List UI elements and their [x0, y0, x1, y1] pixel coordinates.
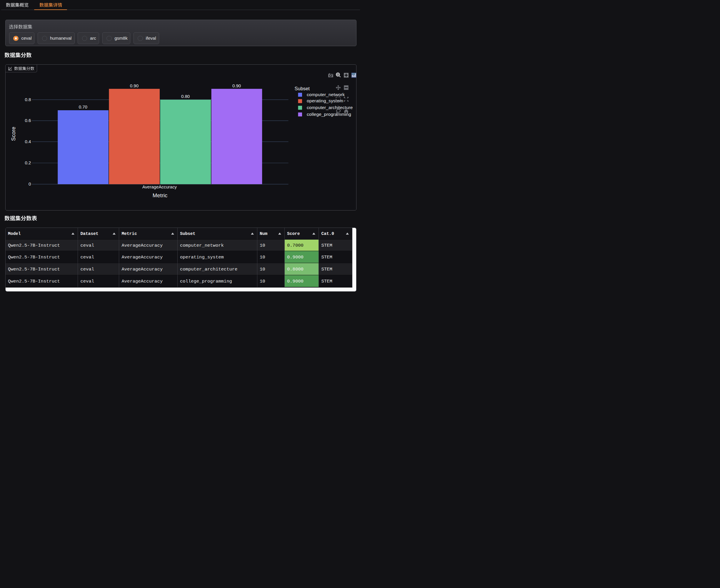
svg-text:computer_architecture: computer_architecture [307, 105, 353, 110]
svg-text:AverageAccuracy: AverageAccuracy [142, 184, 177, 189]
svg-text:Subset: Subset [294, 86, 310, 91]
svg-text:0: 0 [28, 182, 30, 186]
svg-text:0.90: 0.90 [232, 83, 241, 88]
svg-text:0.2: 0.2 [25, 160, 31, 165]
svg-text:0.6: 0.6 [25, 118, 31, 123]
svg-text:Score: Score [10, 126, 17, 141]
svg-text:0.70: 0.70 [79, 104, 87, 109]
svg-text:computer_network: computer_network [307, 92, 345, 97]
svg-text:Metric: Metric [152, 192, 167, 198]
svg-text:operating_system: operating_system [307, 98, 343, 103]
svg-text:0.8: 0.8 [25, 97, 31, 102]
svg-text:0.90: 0.90 [130, 83, 138, 88]
svg-text:0.80: 0.80 [181, 94, 189, 99]
svg-text:0.4: 0.4 [25, 139, 31, 144]
